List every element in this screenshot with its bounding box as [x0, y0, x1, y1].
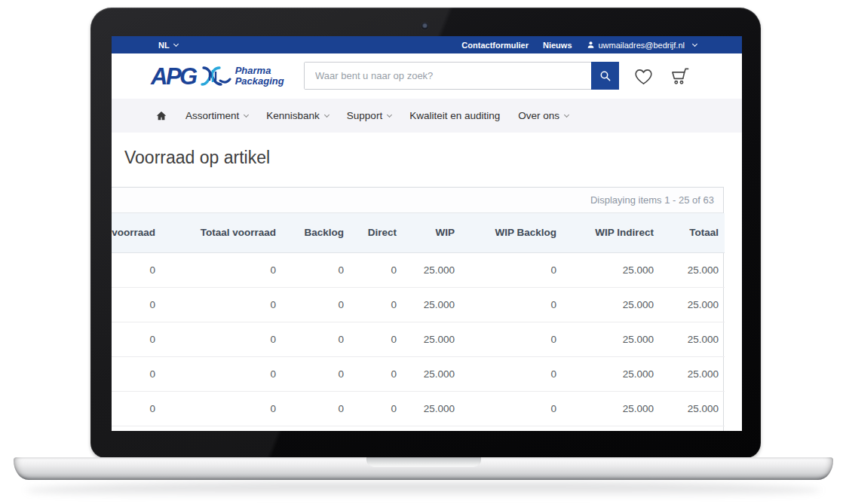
- column-header-direct: Direct: [350, 213, 403, 252]
- table-cell: 25.000: [660, 391, 725, 426]
- chevron-down-icon: [324, 112, 330, 118]
- table-cell: 25.000: [403, 322, 461, 356]
- table-cell: 25.000: [562, 287, 660, 322]
- table-row: 0 0 0 0 25.000 0 25.000 25.000: [112, 252, 725, 287]
- search-icon: [599, 69, 612, 83]
- column-header-voorraad: voorraad: [112, 213, 161, 252]
- column-header-wip-backlog: WIP Backlog: [461, 213, 562, 252]
- laptop-reflection: [26, 483, 821, 498]
- news-link[interactable]: Nieuws: [543, 41, 572, 50]
- table-cell: 25.000: [660, 356, 725, 391]
- dna-helix-icon: [200, 64, 231, 88]
- utility-topbar: NL Contactformulier Nieuws uwmailadres@b…: [112, 36, 742, 53]
- table-cell: 0: [350, 287, 403, 322]
- table-cell: 0: [350, 356, 403, 391]
- table-cell: 0: [112, 322, 161, 356]
- search-button[interactable]: [591, 62, 619, 90]
- contact-form-link[interactable]: Contactformulier: [461, 41, 529, 50]
- table-row: 0 0 0 0 25.000 0 25.000 25.000: [112, 356, 725, 391]
- chevron-down-icon: [244, 112, 249, 118]
- table-row: 0 0 0 0 25.000 0 25.000 25.000: [112, 391, 725, 426]
- table-row: 0 0 0 0 25.000 0 25.000 25.000: [112, 287, 725, 322]
- language-label: NL: [158, 41, 170, 50]
- table-cell: 0: [350, 252, 403, 287]
- table-row: 0 0 0 0 25.000 0 25.000 25.000: [112, 322, 725, 356]
- header-icons: [633, 67, 690, 86]
- table-cell: 0: [350, 391, 403, 426]
- stock-table-card: Displaying items 1 - 25 of 63 voorraad T…: [112, 187, 724, 431]
- table-cell: 0: [161, 356, 282, 391]
- site-header: APG Pharma Packaging: [112, 53, 742, 99]
- table-cell: 0: [461, 322, 562, 356]
- table-body: 0 0 0 0 25.000 0 25.000 25.000 0 0: [112, 252, 725, 426]
- table-cell: 0: [112, 287, 161, 322]
- webcam: [421, 23, 428, 29]
- nav-item-support[interactable]: Support: [347, 110, 391, 121]
- table-cell: 0: [350, 322, 403, 356]
- nav-item-over-ons[interactable]: Over ons: [518, 110, 569, 121]
- table-cell: 0: [161, 252, 282, 287]
- table-cell: 0: [112, 252, 161, 287]
- home-button[interactable]: [155, 110, 167, 121]
- table-cell: 0: [161, 391, 282, 426]
- main-navigation: Assortiment Kennisbank Support Kwaliteit…: [112, 99, 742, 133]
- wishlist-button[interactable]: [633, 67, 654, 86]
- home-icon: [155, 110, 167, 121]
- stock-table: voorraad Totaal voorraad Backlog Direct …: [112, 213, 725, 426]
- table-cell: 25.000: [562, 391, 660, 426]
- table-cell: 0: [161, 287, 282, 322]
- table-cell: 0: [461, 287, 562, 322]
- table-header-row: voorraad Totaal voorraad Backlog Direct …: [112, 213, 725, 252]
- table-cell: 25.000: [562, 322, 660, 356]
- cart-icon: [670, 67, 690, 86]
- chevron-down-icon: [173, 41, 179, 46]
- table-cell: 0: [461, 356, 562, 391]
- table-cell: 0: [461, 252, 562, 287]
- column-header-totaal-voorraad: Totaal voorraad: [161, 213, 282, 252]
- table-cell: 25.000: [660, 252, 725, 287]
- language-selector[interactable]: NL: [158, 41, 178, 50]
- table-cell: 0: [112, 391, 161, 426]
- browser-viewport: NL Contactformulier Nieuws uwmailadres@b…: [112, 36, 742, 431]
- nav-item-kennisbank[interactable]: Kennisbank: [266, 110, 329, 121]
- laptop-base: [14, 457, 833, 480]
- search-bar: [304, 62, 619, 90]
- table-cell: 25.000: [660, 287, 725, 322]
- table-cell: 25.000: [562, 356, 660, 391]
- table-cell: 0: [112, 356, 161, 391]
- chevron-down-icon: [387, 112, 392, 118]
- laptop-lid: NL Contactformulier Nieuws uwmailadres@b…: [90, 8, 761, 458]
- account-menu[interactable]: uwmailadres@bedrijf.nl: [587, 41, 697, 50]
- laptop-mockup: NL Contactformulier Nieuws uwmailadres@b…: [0, 0, 846, 504]
- table-cell: 0: [161, 322, 282, 356]
- table-cell: 0: [282, 252, 350, 287]
- search-input[interactable]: [305, 63, 591, 89]
- chevron-down-icon: [564, 112, 569, 118]
- logo-acronym: APG: [151, 65, 196, 88]
- page-title: Voorraad op artikel: [124, 148, 270, 168]
- table-cell: 0: [282, 287, 350, 322]
- table-cell: 25.000: [562, 252, 660, 287]
- table-cell: 25.000: [403, 287, 461, 322]
- table-cell: 25.000: [660, 322, 725, 356]
- user-icon: [587, 41, 595, 49]
- site-logo[interactable]: APG Pharma Packaging: [151, 64, 284, 88]
- cart-button[interactable]: [670, 67, 690, 86]
- account-email: uwmailadres@bedrijf.nl: [599, 41, 685, 50]
- table-cell: 25.000: [403, 391, 461, 426]
- nav-item-kwaliteit-en-auditing[interactable]: Kwaliteit en auditing: [409, 110, 500, 121]
- laptop-base-notch: [366, 457, 481, 467]
- table-cell: 0: [282, 356, 350, 391]
- table-cell: 0: [461, 391, 562, 426]
- column-header-totaal: Totaal: [660, 213, 725, 252]
- table-cell: 0: [282, 322, 350, 356]
- page-content: Voorraad op artikel Displaying items 1 -…: [112, 133, 742, 431]
- heart-icon: [633, 67, 654, 86]
- column-header-backlog: Backlog: [282, 213, 350, 252]
- column-header-wip-indirect: WIP Indirect: [562, 213, 660, 252]
- logo-wordmark: Pharma Packaging: [235, 66, 284, 87]
- chevron-down-icon: [692, 41, 697, 46]
- table-cell: 25.000: [403, 356, 461, 391]
- nav-item-assortiment[interactable]: Assortiment: [185, 110, 248, 121]
- pagination-summary: Displaying items 1 - 25 of 63: [112, 188, 723, 213]
